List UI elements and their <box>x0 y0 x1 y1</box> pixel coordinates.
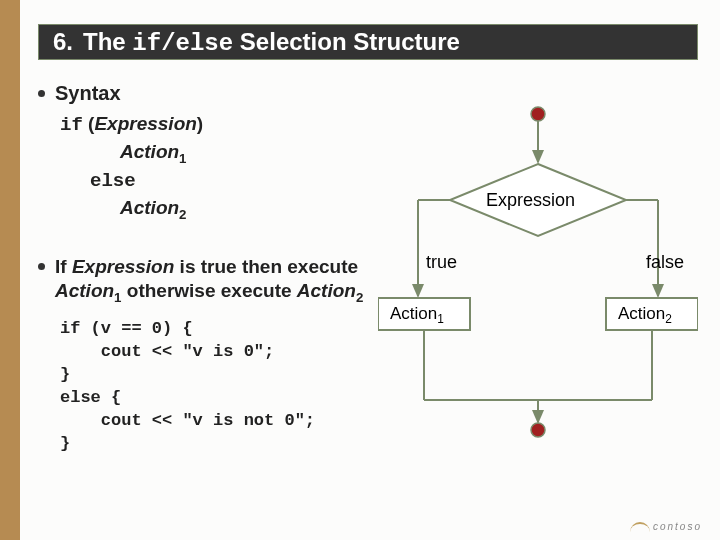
else-keyword: else <box>90 170 136 192</box>
false-label: false <box>646 252 684 273</box>
slide: 6. The if/else Selection Structure Synta… <box>0 0 720 540</box>
logo-arc-icon <box>630 522 650 532</box>
description-text: If Expression is true then execute Actio… <box>55 255 368 306</box>
title-prefix: The <box>83 28 132 55</box>
start-node <box>531 107 545 121</box>
flowchart: Expression true false Action1 Action2 <box>378 100 698 430</box>
action1-sub: 1 <box>179 150 186 165</box>
diamond-label: Expression <box>486 190 575 211</box>
bullet-dot <box>38 90 45 97</box>
desc-a2: Action <box>297 280 356 301</box>
desc-a1: Action <box>55 280 114 301</box>
bullet-dot <box>38 263 45 270</box>
desc-p3: otherwise execute <box>122 280 297 301</box>
title-suffix: Selection Structure <box>233 28 460 55</box>
action1-text: Action <box>390 304 437 323</box>
code-example: if (v == 0) { cout << "v is 0"; } else {… <box>60 318 368 456</box>
desc-expr: Expression <box>72 256 174 277</box>
desc-p2: is true then execute <box>174 256 358 277</box>
action2-word: Action <box>120 197 179 218</box>
expression-word: Expression <box>94 113 196 134</box>
title-bar: 6. The if/else Selection Structure <box>38 24 698 60</box>
bullet-syntax-label: Syntax <box>55 82 121 105</box>
end-node <box>531 423 545 437</box>
true-label: true <box>426 252 457 273</box>
paren-close: ) <box>197 113 203 134</box>
title-text: The if/else Selection Structure <box>83 28 460 57</box>
action2-label: Action2 <box>618 304 672 326</box>
paren-open: ( <box>83 113 95 134</box>
if-keyword: if <box>60 114 83 136</box>
action2-sub: 2 <box>179 207 186 222</box>
title-number: 6. <box>53 28 73 56</box>
desc-a2s: 2 <box>356 290 363 305</box>
action1-label: Action1 <box>390 304 444 326</box>
bullet-description-area: If Expression is true then execute Actio… <box>38 255 368 456</box>
action1-word: Action <box>120 141 179 162</box>
logo: contoso <box>630 521 702 532</box>
action2-text: Action <box>618 304 665 323</box>
bullet-description: If Expression is true then execute Actio… <box>38 255 368 306</box>
desc-p1: If <box>55 256 72 277</box>
left-sidebar-stripe <box>0 0 20 540</box>
desc-a1s: 1 <box>114 290 121 305</box>
logo-text: contoso <box>653 521 702 532</box>
action2-subscript: 2 <box>665 312 672 326</box>
title-code: if/else <box>132 30 233 57</box>
action1-subscript: 1 <box>437 312 444 326</box>
